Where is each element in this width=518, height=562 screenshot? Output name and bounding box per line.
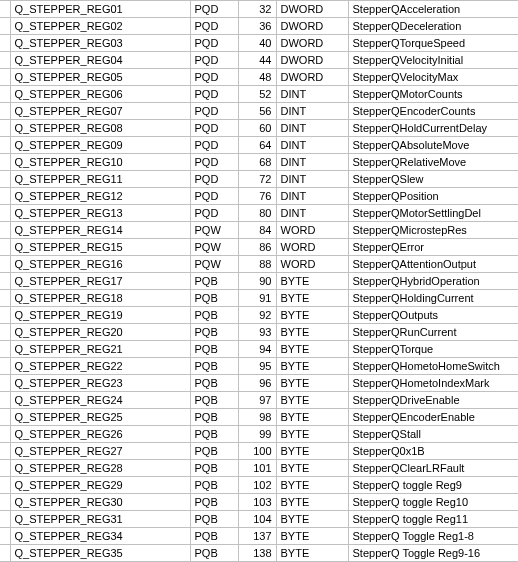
cell-area[interactable]: PQD bbox=[190, 1, 238, 18]
table-row[interactable]: Q_STEPPER_REG27PQB100BYTEStepperQ0x1B bbox=[0, 443, 518, 460]
table-row[interactable]: Q_STEPPER_REG18PQB91BYTEStepperQHoldingC… bbox=[0, 290, 518, 307]
cell-area[interactable]: PQD bbox=[190, 120, 238, 137]
cell-type[interactable]: DINT bbox=[276, 103, 348, 120]
table-row[interactable]: Q_STEPPER_REG04PQD44DWORDStepperQVelocit… bbox=[0, 52, 518, 69]
cell-name[interactable]: Q_STEPPER_REG28 bbox=[10, 460, 190, 477]
cell-area[interactable]: PQW bbox=[190, 239, 238, 256]
cell-area[interactable]: PQD bbox=[190, 18, 238, 35]
table-row[interactable]: Q_STEPPER_REG21PQB94BYTEStepperQTorque bbox=[0, 341, 518, 358]
cell-addr[interactable]: 104 bbox=[238, 511, 276, 528]
table-row[interactable]: Q_STEPPER_REG29PQB102BYTEStepperQ toggle… bbox=[0, 477, 518, 494]
cell-area[interactable]: PQD bbox=[190, 154, 238, 171]
cell-name[interactable]: Q_STEPPER_REG31 bbox=[10, 511, 190, 528]
cell-addr[interactable]: 48 bbox=[238, 69, 276, 86]
cell-name[interactable]: Q_STEPPER_REG04 bbox=[10, 52, 190, 69]
cell-addr[interactable]: 93 bbox=[238, 324, 276, 341]
cell-addr[interactable]: 103 bbox=[238, 494, 276, 511]
cell-addr[interactable]: 84 bbox=[238, 222, 276, 239]
cell-type[interactable]: BYTE bbox=[276, 375, 348, 392]
cell-type[interactable]: DWORD bbox=[276, 69, 348, 86]
cell-type[interactable]: BYTE bbox=[276, 460, 348, 477]
cell-type[interactable]: DWORD bbox=[276, 1, 348, 18]
cell-area[interactable]: PQB bbox=[190, 426, 238, 443]
cell-type[interactable]: WORD bbox=[276, 222, 348, 239]
table-row[interactable]: Q_STEPPER_REG30PQB103BYTEStepperQ toggle… bbox=[0, 494, 518, 511]
cell-name[interactable]: Q_STEPPER_REG29 bbox=[10, 477, 190, 494]
cell-type[interactable]: BYTE bbox=[276, 341, 348, 358]
cell-name[interactable]: Q_STEPPER_REG25 bbox=[10, 409, 190, 426]
cell-desc[interactable]: StepperQRunCurrent bbox=[348, 324, 518, 341]
cell-type[interactable]: DINT bbox=[276, 154, 348, 171]
table-row[interactable]: Q_STEPPER_REG25PQB98BYTEStepperQEncoderE… bbox=[0, 409, 518, 426]
cell-type[interactable]: WORD bbox=[276, 256, 348, 273]
cell-addr[interactable]: 138 bbox=[238, 545, 276, 562]
cell-area[interactable]: PQB bbox=[190, 307, 238, 324]
cell-area[interactable]: PQB bbox=[190, 409, 238, 426]
cell-desc[interactable]: StepperQEncoderCounts bbox=[348, 103, 518, 120]
cell-addr[interactable]: 40 bbox=[238, 35, 276, 52]
cell-desc[interactable]: StepperQHometoHomeSwitch bbox=[348, 358, 518, 375]
table-row[interactable]: Q_STEPPER_REG06PQD52DINTStepperQMotorCou… bbox=[0, 86, 518, 103]
cell-addr[interactable]: 60 bbox=[238, 120, 276, 137]
cell-addr[interactable]: 100 bbox=[238, 443, 276, 460]
cell-type[interactable]: BYTE bbox=[276, 426, 348, 443]
table-row[interactable]: Q_STEPPER_REG19PQB92BYTEStepperQOutputs bbox=[0, 307, 518, 324]
cell-name[interactable]: Q_STEPPER_REG11 bbox=[10, 171, 190, 188]
cell-name[interactable]: Q_STEPPER_REG19 bbox=[10, 307, 190, 324]
cell-name[interactable]: Q_STEPPER_REG01 bbox=[10, 1, 190, 18]
cell-name[interactable]: Q_STEPPER_REG17 bbox=[10, 273, 190, 290]
cell-desc[interactable]: StepperQDriveEnable bbox=[348, 392, 518, 409]
cell-desc[interactable]: StepperQMicrostepRes bbox=[348, 222, 518, 239]
cell-type[interactable]: BYTE bbox=[276, 477, 348, 494]
cell-area[interactable]: PQD bbox=[190, 86, 238, 103]
cell-addr[interactable]: 95 bbox=[238, 358, 276, 375]
cell-name[interactable]: Q_STEPPER_REG02 bbox=[10, 18, 190, 35]
cell-addr[interactable]: 86 bbox=[238, 239, 276, 256]
table-row[interactable]: Q_STEPPER_REG28PQB101BYTEStepperQClearLR… bbox=[0, 460, 518, 477]
cell-area[interactable]: PQB bbox=[190, 375, 238, 392]
cell-type[interactable]: BYTE bbox=[276, 307, 348, 324]
table-row[interactable]: Q_STEPPER_REG09PQD64DINTStepperQAbsolute… bbox=[0, 137, 518, 154]
cell-addr[interactable]: 36 bbox=[238, 18, 276, 35]
cell-desc[interactable]: StepperQRelativeMove bbox=[348, 154, 518, 171]
cell-addr[interactable]: 98 bbox=[238, 409, 276, 426]
cell-area[interactable]: PQD bbox=[190, 35, 238, 52]
table-row[interactable]: Q_STEPPER_REG24PQB97BYTEStepperQDriveEna… bbox=[0, 392, 518, 409]
cell-name[interactable]: Q_STEPPER_REG12 bbox=[10, 188, 190, 205]
cell-area[interactable]: PQB bbox=[190, 358, 238, 375]
table-row[interactable]: Q_STEPPER_REG12PQD76DINTStepperQPosition bbox=[0, 188, 518, 205]
cell-addr[interactable]: 92 bbox=[238, 307, 276, 324]
cell-desc[interactable]: StepperQHoldCurrentDelay bbox=[348, 120, 518, 137]
cell-addr[interactable]: 80 bbox=[238, 205, 276, 222]
cell-type[interactable]: BYTE bbox=[276, 409, 348, 426]
cell-area[interactable]: PQB bbox=[190, 324, 238, 341]
cell-addr[interactable]: 88 bbox=[238, 256, 276, 273]
cell-type[interactable]: BYTE bbox=[276, 545, 348, 562]
cell-addr[interactable]: 32 bbox=[238, 1, 276, 18]
cell-name[interactable]: Q_STEPPER_REG34 bbox=[10, 528, 190, 545]
cell-addr[interactable]: 56 bbox=[238, 103, 276, 120]
cell-area[interactable]: PQB bbox=[190, 477, 238, 494]
cell-area[interactable]: PQW bbox=[190, 256, 238, 273]
cell-desc[interactable]: StepperQError bbox=[348, 239, 518, 256]
cell-addr[interactable]: 94 bbox=[238, 341, 276, 358]
cell-desc[interactable]: StepperQStall bbox=[348, 426, 518, 443]
cell-area[interactable]: PQB bbox=[190, 443, 238, 460]
cell-area[interactable]: PQD bbox=[190, 52, 238, 69]
cell-area[interactable]: PQD bbox=[190, 103, 238, 120]
cell-name[interactable]: Q_STEPPER_REG18 bbox=[10, 290, 190, 307]
cell-desc[interactable]: StepperQ Toggle Reg1-8 bbox=[348, 528, 518, 545]
cell-type[interactable]: DWORD bbox=[276, 18, 348, 35]
cell-name[interactable]: Q_STEPPER_REG21 bbox=[10, 341, 190, 358]
cell-name[interactable]: Q_STEPPER_REG09 bbox=[10, 137, 190, 154]
cell-desc[interactable]: StepperQ0x1B bbox=[348, 443, 518, 460]
cell-addr[interactable]: 52 bbox=[238, 86, 276, 103]
cell-area[interactable]: PQB bbox=[190, 341, 238, 358]
cell-name[interactable]: Q_STEPPER_REG30 bbox=[10, 494, 190, 511]
cell-desc[interactable]: StepperQOutputs bbox=[348, 307, 518, 324]
cell-addr[interactable]: 96 bbox=[238, 375, 276, 392]
cell-name[interactable]: Q_STEPPER_REG13 bbox=[10, 205, 190, 222]
cell-type[interactable]: BYTE bbox=[276, 494, 348, 511]
cell-area[interactable]: PQW bbox=[190, 222, 238, 239]
cell-addr[interactable]: 102 bbox=[238, 477, 276, 494]
